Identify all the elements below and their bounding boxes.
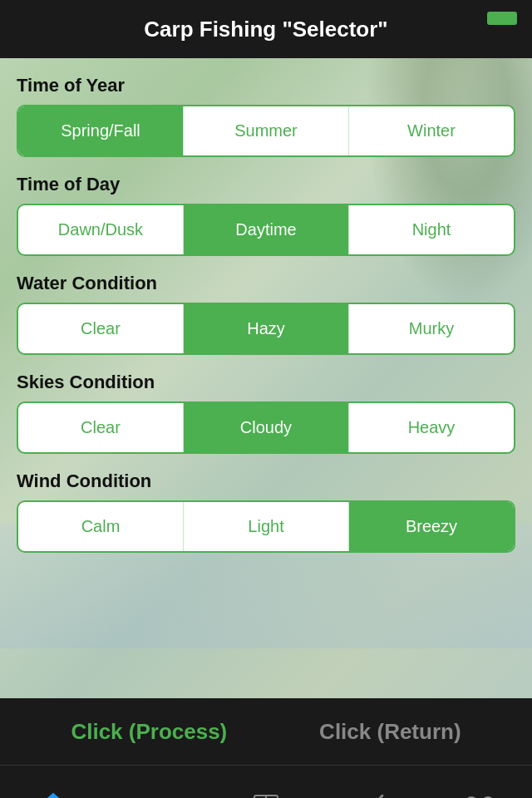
section-label-time_of_year: Time of Year: [17, 75, 515, 96]
segmented-control-time_of_day: Dawn/DuskDaytimeNight: [17, 204, 515, 256]
scroll-area: Time of YearSpring/FallSummerWinterTime …: [0, 58, 532, 568]
seg-btn-water_condition-murky[interactable]: Murky: [349, 304, 514, 353]
seg-btn-skies_condition-clear[interactable]: Clear: [18, 403, 184, 452]
info-icon: [141, 787, 178, 799]
seg-btn-time_of_year-winter[interactable]: Winter: [349, 106, 514, 155]
seg-btn-skies_condition-heavy[interactable]: Heavy: [349, 403, 514, 452]
process-button[interactable]: Click (Process): [71, 719, 227, 745]
return-button[interactable]: Click (Return): [319, 719, 461, 745]
seg-btn-time_of_year-spring-fall[interactable]: Spring/Fall: [18, 106, 184, 155]
seg-btn-water_condition-clear[interactable]: Clear: [18, 304, 184, 353]
equipment-icon: [354, 787, 391, 799]
seg-btn-wind_condition-calm[interactable]: Calm: [18, 502, 184, 551]
seg-btn-time_of_day-daytime[interactable]: Daytime: [184, 205, 349, 254]
section-label-water_condition: Water Condition: [17, 273, 515, 294]
svg-line-14: [362, 796, 382, 799]
segmented-control-skies_condition: ClearCloudyHeavy: [17, 401, 515, 454]
tab-selector[interactable]: Selector: [0, 781, 106, 799]
seg-btn-wind_condition-breezy[interactable]: Breezy: [349, 502, 514, 551]
seg-btn-water_condition-hazy[interactable]: Hazy: [184, 304, 349, 353]
tab-log[interactable]: Log: [426, 781, 532, 799]
action-bar: Click (Process) Click (Return): [0, 698, 532, 765]
tab-bar: Selector Info: [0, 765, 532, 798]
seg-btn-skies_condition-cloudy[interactable]: Cloudy: [184, 403, 349, 452]
section-label-wind_condition: Wind Condition: [17, 470, 515, 492]
seg-btn-time_of_day-night[interactable]: Night: [349, 205, 514, 254]
section-label-skies_condition: Skies Condition: [17, 372, 515, 393]
main-content: Time of YearSpring/FallSummerWinterTime …: [0, 58, 532, 698]
tab-library[interactable]: Library: [213, 781, 319, 799]
battery-icon: [487, 12, 517, 25]
seg-btn-time_of_day-dawn-dusk[interactable]: Dawn/Dusk: [18, 205, 184, 254]
app-header: Carp Fishing "Selector": [0, 0, 532, 58]
segmented-control-wind_condition: CalmLightBreezy: [17, 500, 515, 553]
seg-btn-wind_condition-light[interactable]: Light: [184, 502, 349, 551]
tab-info[interactable]: Info: [106, 781, 213, 799]
selector-icon: [35, 787, 71, 799]
svg-marker-0: [40, 794, 66, 799]
log-icon: [461, 787, 497, 799]
app-title: Carp Fishing "Selector": [144, 17, 387, 42]
segmented-control-time_of_year: Spring/FallSummerWinter: [17, 105, 515, 157]
segmented-control-water_condition: ClearHazyMurky: [17, 303, 515, 355]
seg-btn-time_of_year-summer[interactable]: Summer: [184, 106, 349, 155]
section-label-time_of_day: Time of Day: [17, 174, 515, 195]
library-icon: [248, 787, 284, 799]
tab-equipment[interactable]: Equipment: [319, 781, 426, 799]
